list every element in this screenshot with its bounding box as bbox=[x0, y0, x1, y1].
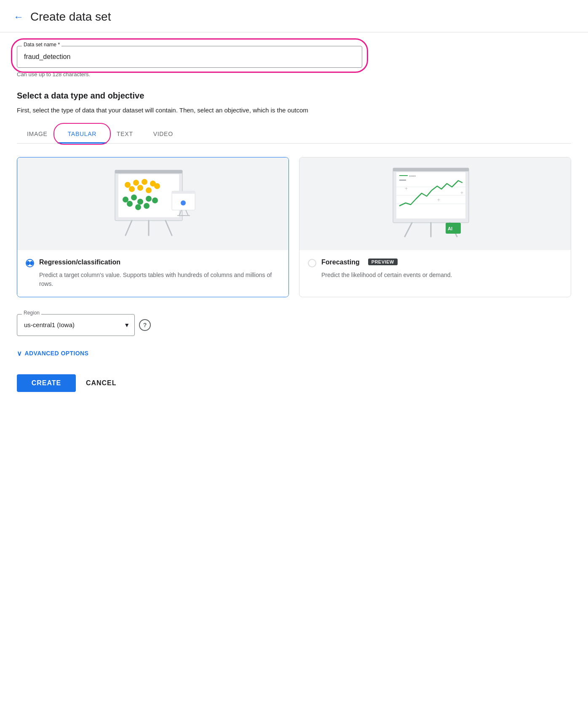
svg-point-12 bbox=[146, 187, 152, 193]
dataset-name-field-group: Data set name * Can use up to 128 charac… bbox=[17, 46, 571, 77]
card-forecasting-title: Forecasting bbox=[321, 259, 360, 266]
svg-line-30 bbox=[405, 223, 412, 237]
advanced-options-link[interactable]: ∨ ADVANCED OPTIONS bbox=[17, 349, 571, 357]
region-select[interactable]: us-central1 (Iowa) bbox=[17, 314, 135, 336]
card-regression-image bbox=[17, 157, 289, 250]
create-button[interactable]: CREATE bbox=[17, 374, 76, 392]
region-label: Region bbox=[22, 310, 41, 316]
radio-regression[interactable] bbox=[26, 259, 34, 267]
card-regression-title: Regression/classification bbox=[39, 259, 120, 266]
dataset-name-input[interactable] bbox=[17, 46, 362, 68]
dataset-name-annotation: Data set name * bbox=[17, 46, 362, 68]
svg-point-13 bbox=[154, 183, 160, 189]
svg-line-2 bbox=[126, 221, 132, 235]
back-button[interactable]: ← bbox=[13, 11, 24, 23]
dataset-name-hint: Can use up to 128 characters. bbox=[17, 71, 571, 77]
card-regression-body: Regression/classification Predict a targ… bbox=[17, 250, 289, 297]
svg-text:+: + bbox=[460, 190, 463, 196]
dataset-name-wrapper: Data set name * bbox=[17, 46, 362, 68]
section-title: Select a data type and objective bbox=[17, 91, 571, 101]
svg-point-7 bbox=[133, 180, 139, 186]
section-description: First, select the type of data that your… bbox=[17, 106, 571, 115]
card-forecasting-option: Forecasting PREVIEW bbox=[308, 259, 562, 267]
tab-text[interactable]: TEXT bbox=[107, 125, 143, 144]
tab-video[interactable]: VIDEO bbox=[143, 125, 183, 144]
main-content: Data set name * Can use up to 128 charac… bbox=[0, 32, 588, 405]
svg-text:+: + bbox=[437, 197, 440, 203]
region-group: Region us-central1 (Iowa) ▼ ? bbox=[17, 314, 571, 336]
tab-image[interactable]: IMAGE bbox=[17, 125, 58, 144]
svg-point-8 bbox=[142, 179, 147, 185]
svg-point-27 bbox=[181, 200, 186, 205]
chevron-down-icon: ∨ bbox=[17, 349, 22, 357]
svg-text:+: + bbox=[405, 186, 408, 192]
help-icon[interactable]: ? bbox=[139, 319, 151, 331]
svg-point-17 bbox=[137, 199, 143, 205]
svg-point-19 bbox=[135, 204, 141, 210]
radio-forecasting[interactable] bbox=[308, 259, 316, 267]
svg-rect-29 bbox=[393, 168, 469, 171]
card-regression-desc: Predict a target column's value. Support… bbox=[39, 271, 280, 288]
card-regression-option: Regression/classification bbox=[26, 259, 280, 267]
page-title: Create data set bbox=[30, 10, 111, 24]
advanced-options-label: ADVANCED OPTIONS bbox=[24, 350, 88, 357]
advanced-options: ∨ ADVANCED OPTIONS bbox=[17, 349, 571, 357]
svg-point-16 bbox=[127, 201, 133, 207]
tab-tabular[interactable]: TABULAR bbox=[58, 125, 107, 144]
regression-illustration bbox=[90, 162, 216, 246]
data-type-tabs: IMAGE TABULAR TEXT VIDEO bbox=[17, 125, 571, 144]
svg-rect-23 bbox=[172, 191, 195, 194]
svg-point-10 bbox=[137, 185, 143, 191]
svg-point-15 bbox=[131, 195, 137, 200]
svg-rect-1 bbox=[115, 170, 182, 173]
svg-text:▬▬: ▬▬ bbox=[399, 178, 406, 181]
svg-text:AI: AI bbox=[448, 226, 452, 231]
dataset-name-label: Data set name * bbox=[22, 42, 61, 48]
card-regression[interactable]: Regression/classification Predict a targ… bbox=[17, 157, 289, 297]
cancel-button[interactable]: CANCEL bbox=[86, 379, 116, 387]
card-forecasting-image: + + + ▪▪▪▪▪ ▬▬ AI bbox=[299, 157, 571, 250]
page-header: ← Create data set bbox=[0, 0, 588, 32]
card-forecasting[interactable]: + + + ▪▪▪▪▪ ▬▬ AI Forecasting PREVIEW bbox=[299, 157, 571, 297]
svg-point-18 bbox=[146, 196, 152, 202]
region-select-wrapper: Region us-central1 (Iowa) ▼ bbox=[17, 314, 135, 336]
svg-point-6 bbox=[125, 182, 131, 188]
svg-point-20 bbox=[144, 203, 150, 209]
region-row: Region us-central1 (Iowa) ▼ ? bbox=[17, 314, 571, 336]
svg-point-14 bbox=[123, 197, 128, 203]
action-buttons: CREATE CANCEL bbox=[17, 374, 571, 392]
svg-line-3 bbox=[166, 221, 172, 235]
svg-point-21 bbox=[152, 197, 158, 203]
preview-badge: PREVIEW bbox=[368, 259, 398, 265]
card-forecasting-desc: Predict the likelihood of certain events… bbox=[321, 271, 562, 280]
svg-point-9 bbox=[129, 186, 135, 192]
svg-line-25 bbox=[186, 210, 188, 216]
forecasting-illustration: + + + ▪▪▪▪▪ ▬▬ AI bbox=[372, 162, 498, 246]
objective-cards: Regression/classification Predict a targ… bbox=[17, 157, 571, 297]
svg-text:▪▪▪▪▪: ▪▪▪▪▪ bbox=[409, 174, 416, 178]
card-forecasting-body: Forecasting PREVIEW Predict the likeliho… bbox=[299, 250, 571, 288]
